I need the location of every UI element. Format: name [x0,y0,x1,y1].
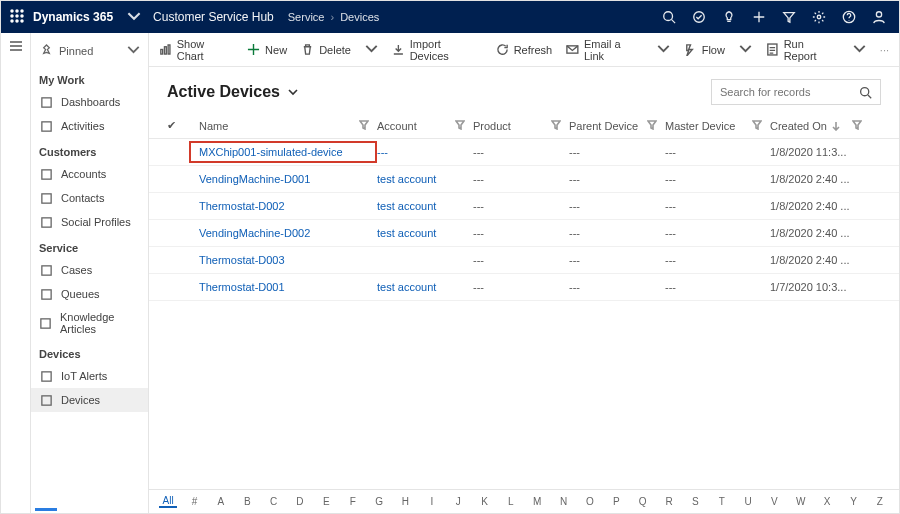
task-icon[interactable] [685,1,713,33]
sort-icon [831,121,841,131]
alpha-letter[interactable]: Z [871,496,889,507]
email-chevron[interactable] [657,42,670,57]
search-input[interactable] [720,86,859,98]
nav-item[interactable]: Devices [31,388,148,412]
table-row[interactable]: Thermostat-D001test account---------1/7/… [149,274,899,301]
alpha-letter[interactable]: All [159,495,177,508]
nav-item[interactable]: Contacts [31,186,148,210]
col-parent-device[interactable]: Parent Device [569,120,665,132]
alpha-letter[interactable]: F [344,496,362,507]
alpha-letter[interactable]: L [502,496,520,507]
nav-item[interactable]: Dashboards [31,90,148,114]
alpha-letter[interactable]: P [607,496,625,507]
alpha-letter[interactable]: I [423,496,441,507]
table-row[interactable]: VendingMachine-D001test account---------… [149,166,899,193]
breadcrumb-2[interactable]: Devices [340,11,379,23]
overflow-icon[interactable]: ··· [880,44,889,56]
cell-account[interactable]: test account [377,281,473,293]
search-box[interactable] [711,79,881,105]
col-created-on[interactable]: Created On [770,120,870,132]
app-name[interactable]: Customer Service Hub [153,10,274,24]
chevron-down-icon[interactable] [127,9,141,26]
alpha-letter[interactable]: H [396,496,414,507]
nav-item[interactable]: Accounts [31,162,148,186]
cell-name[interactable]: VendingMachine-D001 [189,173,377,185]
svg-point-9 [664,12,673,21]
alpha-letter[interactable]: O [581,496,599,507]
col-master-device[interactable]: Master Device [665,120,770,132]
help-icon[interactable] [835,1,863,33]
view-title[interactable]: Active Devices [167,83,280,101]
nav-item[interactable]: Activities [31,114,148,138]
col-product[interactable]: Product [473,120,569,132]
plus-icon[interactable] [745,1,773,33]
alpha-letter[interactable]: C [264,496,282,507]
filter-icon[interactable] [775,1,803,33]
nav-item[interactable]: Knowledge Articles [31,306,148,340]
alpha-letter[interactable]: M [528,496,546,507]
email-link-button[interactable]: Email a Link [566,38,643,62]
alpha-letter[interactable]: Y [844,496,862,507]
flow-chevron[interactable] [739,42,752,57]
select-all-checkbox[interactable]: ✔ [167,119,189,132]
alpha-letter[interactable]: Q [633,496,651,507]
brand-label[interactable]: Dynamics 365 [33,10,113,24]
import-button[interactable]: Import Devices [392,38,482,62]
table-row[interactable]: Thermostat-D002test account---------1/8/… [149,193,899,220]
new-button[interactable]: New [247,43,287,56]
show-chart-button[interactable]: Show Chart [159,38,233,62]
alpha-letter[interactable]: N [554,496,572,507]
cell-account[interactable]: test account [377,173,473,185]
table-row[interactable]: VendingMachine-D002test account---------… [149,220,899,247]
cell-name[interactable]: VendingMachine-D002 [189,227,377,239]
alpha-letter[interactable]: D [291,496,309,507]
col-account[interactable]: Account [377,120,473,132]
nav-item[interactable]: IoT Alerts [31,364,148,388]
search-icon[interactable] [655,1,683,33]
alpha-letter[interactable]: R [660,496,678,507]
alpha-letter[interactable]: S [686,496,704,507]
alpha-letter[interactable]: V [765,496,783,507]
alpha-letter[interactable]: B [238,496,256,507]
global-header: Dynamics 365 Customer Service Hub Servic… [1,1,899,33]
pin-icon [39,44,53,58]
hamburger-icon[interactable] [9,39,23,56]
alpha-letter[interactable]: K [475,496,493,507]
alpha-letter[interactable]: # [185,496,203,507]
table-row[interactable]: Thermostat-D003---------1/8/2020 2:40 ..… [149,247,899,274]
col-name[interactable]: Name [189,120,377,132]
delete-button[interactable]: Delete [301,43,351,56]
report-chevron[interactable] [853,42,866,57]
alpha-letter[interactable]: W [792,496,810,507]
gear-icon[interactable] [805,1,833,33]
run-report-button[interactable]: Run Report [766,38,839,62]
user-icon[interactable] [865,1,893,33]
alpha-letter[interactable]: U [739,496,757,507]
alpha-letter[interactable]: X [818,496,836,507]
cell-name[interactable]: Thermostat-D003 [189,254,377,266]
lightbulb-icon[interactable] [715,1,743,33]
cell-account[interactable]: test account [377,227,473,239]
cell-account[interactable]: test account [377,200,473,212]
grid-header: ✔ Name Account Product Parent Device Mas… [149,113,899,139]
breadcrumb-1[interactable]: Service [288,11,325,23]
alpha-letter[interactable]: G [370,496,388,507]
nav-item[interactable]: Queues [31,282,148,306]
nav-pinned[interactable]: Pinned [31,33,148,66]
flow-button[interactable]: Flow [684,43,725,56]
cell-name[interactable]: Thermostat-D001 [189,281,377,293]
alpha-letter[interactable]: T [713,496,731,507]
alpha-letter[interactable]: E [317,496,335,507]
cell-name[interactable]: Thermostat-D002 [189,200,377,212]
nav-item[interactable]: Social Profiles [31,210,148,234]
cell-name[interactable]: MXChip001-simulated-device [189,141,377,163]
table-row[interactable]: MXChip001-simulated-device------------1/… [149,139,899,166]
alpha-letter[interactable]: A [212,496,230,507]
cell-account[interactable]: --- [377,146,473,158]
refresh-button[interactable]: Refresh [496,43,553,56]
nav-item[interactable]: Cases [31,258,148,282]
view-picker-chevron[interactable] [288,83,298,101]
app-launcher-icon[interactable] [1,9,33,26]
alpha-letter[interactable]: J [449,496,467,507]
delete-chevron[interactable] [365,42,378,57]
